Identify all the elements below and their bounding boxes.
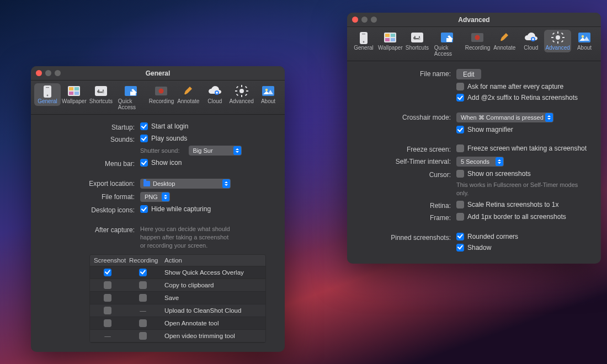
recording-action-checkbox[interactable] (139, 281, 147, 289)
after-capture-label: After capture: (41, 225, 135, 234)
tab-label: Shortcuts (89, 98, 113, 104)
screenshot-action-checkbox[interactable] (104, 294, 111, 302)
advanced-icon (233, 84, 250, 98)
tab-about[interactable]: About (255, 83, 281, 106)
screenshot-action-checkbox[interactable] (104, 269, 111, 276)
tab-wallpaper[interactable]: Wallpaper (377, 30, 404, 52)
tab-annotate[interactable]: Annotate (175, 83, 201, 106)
after-capture-hint: Here you can decide what should happen a… (140, 225, 234, 250)
tab-shortcuts[interactable]: Shortcuts (404, 30, 430, 52)
tab-general[interactable]: General (34, 83, 61, 106)
shutter-sound-popup[interactable]: Big Sur (189, 146, 242, 156)
start-at-login-checkbox[interactable] (140, 122, 148, 130)
crosshair-label: Crosshair mode: (357, 113, 451, 121)
tab-quick[interactable]: Quick Access (430, 30, 464, 58)
advanced-toolbar: GeneralWallpaperShortcutsQuick AccessRec… (347, 27, 601, 61)
show-menubar-icon-text: Show icon (151, 159, 182, 167)
play-sounds-checkbox[interactable] (140, 135, 148, 142)
minimize-icon[interactable] (361, 17, 368, 23)
tab-about[interactable]: About (571, 30, 598, 52)
retina-label: Retina: (357, 201, 451, 210)
window-title: General (146, 69, 171, 77)
recording-action-checkbox[interactable] (139, 294, 147, 302)
screenshot-action-checkbox[interactable] (104, 307, 111, 314)
after-capture-table: ScreenshotRecordingActionShow Quick Acce… (89, 254, 266, 343)
tab-general[interactable]: General (350, 30, 377, 52)
about-icon (260, 84, 276, 98)
scale-retina-checkbox[interactable] (456, 201, 464, 208)
tab-label: Annotate (493, 45, 515, 51)
general-preferences-window: General GeneralWallpaperShortcutsQuick A… (31, 66, 285, 352)
tab-advanced[interactable]: Advanced (228, 83, 255, 106)
rounded-corners-checkbox[interactable] (456, 233, 464, 240)
action-label: Show Quick Access Overlay (161, 267, 265, 278)
tab-shortcuts[interactable]: Shortcuts (88, 83, 114, 106)
column-header: Action (161, 255, 265, 266)
export-location-popup[interactable]: Desktop (140, 179, 231, 189)
shadow-checkbox[interactable] (456, 244, 464, 251)
table-row: Open Annotate tool (90, 317, 265, 330)
file-format-label: File format: (41, 192, 135, 201)
tab-label: Advanced (545, 45, 569, 51)
tab-label: Recording (149, 98, 174, 104)
window-controls (36, 70, 61, 76)
zoom-icon[interactable] (55, 70, 61, 76)
freeze-screen-checkbox[interactable] (456, 144, 464, 152)
crosshair-mode-popup[interactable]: When ⌘ Command is pressed (456, 113, 553, 122)
close-icon[interactable] (36, 70, 42, 76)
action-label: Upload to CleanShot Cloud (161, 305, 265, 316)
tab-cloud[interactable]: Cloud (201, 83, 228, 106)
recording-action-checkbox[interactable] (139, 319, 147, 327)
show-magnifier-checkbox[interactable] (456, 126, 464, 133)
tab-recording[interactable]: Recording (148, 83, 175, 106)
advanced-preferences-window: Advanced GeneralWallpaperShortcutsQuick … (347, 13, 601, 264)
tab-annotate[interactable]: Annotate (491, 30, 518, 52)
tab-label: Shortcuts (406, 45, 429, 51)
ask-name-checkbox[interactable] (456, 83, 464, 90)
desktop-icons-label: Desktop icons: (41, 205, 135, 214)
folder-icon (143, 181, 150, 186)
shortcuts-icon (93, 84, 109, 98)
tab-label: Quick Access (434, 45, 460, 57)
window-controls (352, 17, 377, 23)
action-label: Save (161, 292, 265, 303)
table-row: —Upload to CleanShot Cloud (90, 304, 265, 317)
cursor-hint: This works in Fullscreen or Self-Timer m… (456, 181, 591, 197)
play-sounds-text: Play sounds (151, 135, 187, 142)
tab-label: Annotate (177, 98, 199, 104)
edit-file-name-button[interactable]: Edit (456, 69, 481, 79)
sounds-label: Sounds: (41, 135, 135, 143)
tab-quick[interactable]: Quick Access (114, 83, 148, 112)
cloud-icon (206, 84, 223, 98)
menubar-label: Menu bar: (41, 159, 135, 168)
tab-wallpaper[interactable]: Wallpaper (61, 83, 88, 106)
tab-advanced[interactable]: Advanced (544, 30, 571, 52)
tab-recording[interactable]: Recording (464, 30, 492, 52)
action-label: Open video trimming tool (161, 330, 265, 341)
hide-while-capturing-checkbox[interactable] (140, 205, 148, 213)
minimize-icon[interactable] (45, 70, 51, 76)
self-timer-popup[interactable]: 5 Seconds (456, 157, 504, 167)
screenshot-action-checkbox[interactable] (104, 319, 111, 327)
zoom-icon[interactable] (371, 17, 377, 23)
show-menubar-icon-checkbox[interactable] (140, 159, 148, 167)
freeze-screen-label: Freeze screen: (357, 144, 451, 153)
tab-cloud[interactable]: Cloud (518, 30, 544, 52)
wallpaper-icon (382, 31, 398, 44)
cursor-label: Cursor: (357, 170, 451, 179)
recording-action-checkbox[interactable] (139, 269, 147, 276)
file-format-popup[interactable]: PNG (140, 192, 170, 202)
frame-label: Frame: (357, 213, 451, 222)
self-timer-label: Self-Timer interval: (357, 157, 451, 165)
close-icon[interactable] (352, 17, 358, 23)
tab-label: Quick Access (118, 98, 144, 110)
add-border-checkbox[interactable] (456, 213, 464, 221)
window-title: Advanced (458, 16, 489, 24)
screenshot-action-checkbox[interactable] (104, 281, 111, 289)
tab-label: Wallpaper (378, 45, 403, 51)
tab-label: General (354, 45, 374, 51)
retina-suffix-checkbox[interactable] (456, 94, 464, 101)
shortcuts-icon (409, 31, 425, 44)
recording-action-checkbox[interactable] (139, 332, 147, 340)
show-cursor-checkbox[interactable] (456, 170, 464, 178)
